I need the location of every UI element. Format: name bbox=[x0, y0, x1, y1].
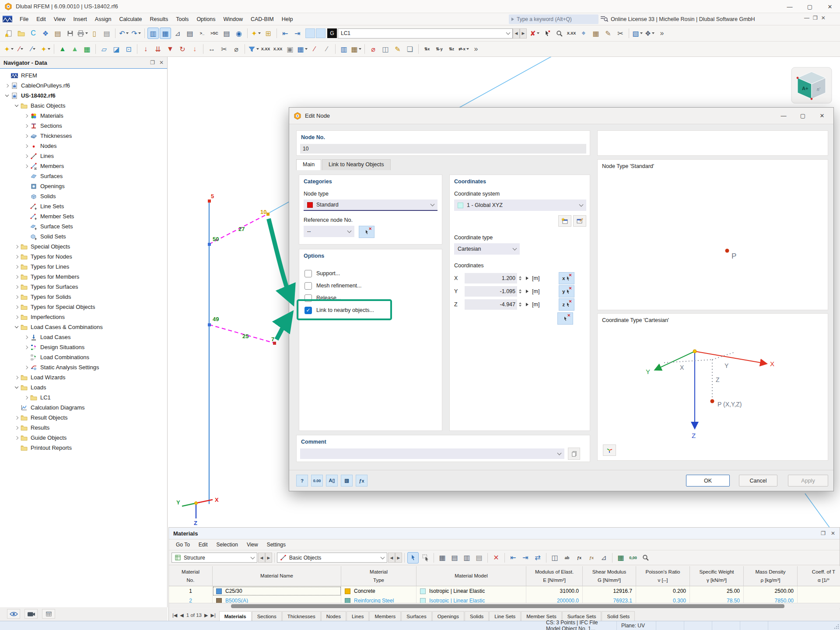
materials-float-icon[interactable]: ❐ bbox=[821, 530, 826, 536]
tree-item-us-18402-rf6[interactable]: US-18402.rf6 bbox=[0, 91, 167, 101]
moment-load-button[interactable]: ↻ bbox=[177, 43, 188, 55]
table-cell[interactable]: 0.200 bbox=[636, 586, 690, 596]
tree-item-load-cases[interactable]: Load Cases bbox=[0, 332, 167, 342]
units-settings-button[interactable]: 0.00 bbox=[311, 475, 323, 486]
expander-icon[interactable] bbox=[13, 245, 20, 248]
tree-item-basic-objects[interactable]: Basic Objects bbox=[0, 101, 167, 111]
table-cell[interactable]: 31000.0 bbox=[526, 586, 583, 596]
ok-button[interactable]: OK bbox=[686, 475, 730, 486]
spinner-control[interactable] bbox=[519, 276, 522, 280]
expander-icon[interactable] bbox=[13, 276, 20, 278]
column-header-1[interactable]: Coeff. of Tα [1/° bbox=[798, 566, 840, 586]
column-header-material-name[interactable]: Material Name bbox=[213, 566, 341, 586]
navigation-cube[interactable]: A+ n' bbox=[791, 66, 833, 104]
surface-support-button[interactable]: ▦ bbox=[81, 43, 93, 55]
table-cell[interactable]: Isotropic | Linear Elastic bbox=[416, 586, 526, 596]
delete-results-button[interactable]: ✘ bbox=[529, 28, 540, 39]
tree-item-cableonpulleys-rf6[interactable]: CableOnPulleys.rf6 bbox=[0, 80, 167, 91]
scrollbar-thumb[interactable] bbox=[231, 604, 784, 608]
menu-close-icon[interactable]: ✕ bbox=[821, 15, 826, 21]
next-table-button[interactable]: ▶ bbox=[395, 553, 402, 563]
show-cs-in-graphic-button[interactable] bbox=[603, 444, 616, 456]
new-coordinate-system-button[interactable] bbox=[558, 215, 571, 227]
table-cell[interactable]: 12916.7 bbox=[583, 586, 636, 596]
camera-icon[interactable] bbox=[24, 609, 38, 619]
first-table-icon[interactable]: |◀ bbox=[172, 612, 177, 618]
save-view-button[interactable]: ▥ bbox=[338, 43, 350, 55]
overflow-row1-button[interactable]: » bbox=[656, 28, 668, 39]
numbering-button[interactable]: X.XX bbox=[566, 28, 577, 39]
expand-field-icon[interactable] bbox=[526, 290, 528, 293]
dimension-button[interactable]: ↔ bbox=[206, 43, 217, 55]
calc-table-button[interactable]: ▦ bbox=[590, 28, 602, 39]
expander-icon[interactable] bbox=[13, 296, 20, 298]
edit-parameters-button[interactable]: ✎ bbox=[602, 28, 614, 39]
copy-report-button[interactable]: ▤ bbox=[101, 28, 112, 39]
node-type-select[interactable]: Standard bbox=[304, 200, 438, 211]
select-relation-button[interactable] bbox=[420, 552, 431, 564]
load-case-select[interactable]: LC1 bbox=[338, 28, 513, 38]
view-list-button[interactable]: ▤ bbox=[473, 552, 485, 564]
dialog-tab-main[interactable]: Main bbox=[296, 159, 321, 170]
mesh-settings-button[interactable]: ⌖ bbox=[578, 28, 589, 39]
table-cell[interactable]: 200000.0 bbox=[526, 596, 583, 603]
dialog-title-bar[interactable]: Edit Node — ▢ ✕ bbox=[289, 108, 833, 124]
result-ramp-alt-button[interactable]: ∕ bbox=[321, 43, 332, 55]
line-support-button[interactable]: ▲ bbox=[69, 43, 80, 55]
abacus-button[interactable]: ▦ bbox=[350, 43, 362, 55]
pick-delete-button[interactable] bbox=[541, 28, 553, 39]
reference-node-select[interactable]: -- bbox=[304, 226, 354, 237]
table-cell[interactable]: 25.00 bbox=[690, 586, 744, 596]
menu-insert[interactable]: Insert bbox=[70, 14, 91, 24]
exchange-button[interactable]: ⇄ bbox=[532, 552, 543, 564]
tree-item-member-sets[interactable]: Member Sets bbox=[0, 211, 167, 221]
tree-item-materials[interactable]: Materials bbox=[0, 111, 167, 121]
import-table-button[interactable]: ⇤ bbox=[508, 552, 519, 564]
table-tab-materials[interactable]: Materials bbox=[219, 611, 252, 621]
add-sheet-button[interactable]: ⊞ bbox=[262, 28, 274, 39]
prev-load-case-button[interactable]: ◀ bbox=[513, 28, 520, 38]
expander-icon[interactable] bbox=[23, 135, 30, 137]
spinner-control[interactable] bbox=[519, 289, 522, 294]
menu-cad-bim[interactable]: CAD-BIM bbox=[247, 14, 278, 24]
table-cell[interactable]: 1 bbox=[169, 586, 213, 596]
tree-item-loads[interactable]: Loads bbox=[0, 382, 167, 392]
prev-group-button[interactable]: ◀ bbox=[258, 553, 265, 563]
tree-item-results[interactable]: Results bbox=[0, 423, 167, 433]
zoom-tool-button[interactable] bbox=[553, 28, 565, 39]
table-tab-thicknesses[interactable]: Thicknesses bbox=[282, 611, 321, 621]
coordinate-z-input[interactable]: -4.947 bbox=[465, 299, 517, 310]
close-icon[interactable]: ✕ bbox=[820, 0, 840, 13]
select-in-graphic-button[interactable] bbox=[407, 552, 419, 564]
new-node-button[interactable]: ✦ bbox=[3, 43, 14, 55]
cube-wireframe-button[interactable]: ◫ bbox=[380, 43, 391, 55]
unchecked-checkbox[interactable] bbox=[304, 270, 312, 277]
export-loads-button[interactable]: ⇥ bbox=[292, 28, 303, 39]
tree-item-types-for-solids[interactable]: Types for Solids bbox=[0, 292, 167, 302]
chart-button[interactable]: ⊿ bbox=[598, 552, 609, 564]
tables-toggle-button[interactable]: ▦ bbox=[160, 28, 171, 39]
tree-item-types-for-lines[interactable]: Types for Lines bbox=[0, 262, 167, 272]
column-header-type[interactable]: MaterialType bbox=[341, 566, 416, 586]
expander-icon[interactable] bbox=[23, 155, 30, 158]
open-model-button[interactable] bbox=[15, 28, 27, 39]
expander-icon[interactable] bbox=[4, 84, 10, 87]
tree-item-types-for-nodes[interactable]: Types for Nodes bbox=[0, 252, 167, 262]
table-tab-solids[interactable]: Solids bbox=[465, 611, 489, 621]
table-tab-nodes[interactable]: Nodes bbox=[321, 611, 346, 621]
table-cell[interactable]: 0 bbox=[798, 586, 840, 596]
tree-item-surface-sets[interactable]: Surface Sets bbox=[0, 221, 167, 231]
show-load-values-button[interactable]: X.XX bbox=[272, 43, 284, 55]
navigator-float-icon[interactable]: ❐ bbox=[150, 60, 155, 66]
expander-icon[interactable] bbox=[23, 336, 30, 339]
line-load-button[interactable]: ⇊ bbox=[152, 43, 164, 55]
menu-view[interactable]: View bbox=[50, 14, 70, 24]
assistant-button[interactable]: ◉ bbox=[233, 28, 245, 39]
node-no-field[interactable]: 10 bbox=[300, 144, 586, 154]
expander-icon[interactable] bbox=[23, 115, 30, 117]
prev-table-button[interactable]: ◀ bbox=[388, 553, 395, 563]
new-node-on-line-button[interactable]: ✦ bbox=[40, 43, 51, 55]
menu-float-icon[interactable]: ❐ bbox=[813, 15, 818, 21]
visibility-box-button[interactable]: ▣ bbox=[284, 43, 296, 55]
import-loads-button[interactable]: ⇤ bbox=[280, 28, 291, 39]
